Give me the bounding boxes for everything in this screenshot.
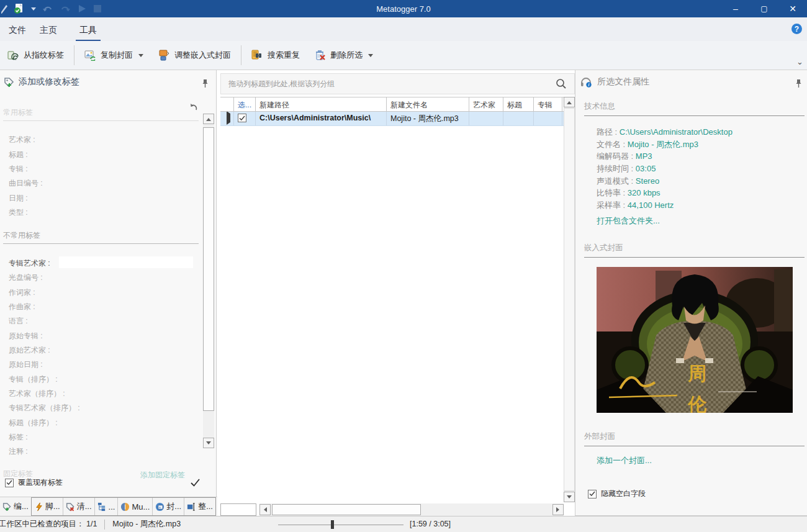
pin-icon[interactable] [795,79,802,88]
panel-header: 添加或修改标签 [4,76,79,88]
undo-icon [42,4,53,14]
delete-selected-button[interactable]: 删除所选 [307,46,381,65]
add-cover-link[interactable]: 添加一个封面... [597,455,652,466]
column-new-filename[interactable]: 新建文件名 [387,97,469,111]
tab-home[interactable]: 主页 [36,22,61,38]
copy-cover-dropdown-icon[interactable] [138,54,143,60]
row-album[interactable] [534,112,562,125]
field-tag[interactable]: 标签 : [9,432,28,443]
field-comment[interactable]: 注释 : [9,446,28,457]
search-icon[interactable] [556,78,567,89]
close-button[interactable]: ✕ [778,0,807,17]
grid-footer-box[interactable] [220,503,256,516]
column-artist[interactable]: 艺术家 [469,97,503,111]
scrollbar-thumb[interactable] [203,127,214,411]
field-artist[interactable]: 艺术家 : [9,135,35,145]
hide-empty-fields-checkbox[interactable]: 隐藏空白字段 [588,489,646,499]
field-original-album[interactable]: 原始专辑 : [9,331,43,341]
scroll-right-button[interactable] [552,504,564,515]
field-genre[interactable]: 类型 : [9,207,28,218]
dock-tab-clean-tags[interactable]: 清... [63,498,95,515]
field-lyricist[interactable]: 作词家 : [9,287,35,298]
dock-tab-edit-tags[interactable]: 编... [0,497,31,516]
field-artist-sort[interactable]: 艺术家（排序） : [9,389,65,399]
adjust-cover-button[interactable]: 调整嵌入式封面 [151,46,238,65]
dock-tab-scripts[interactable]: 脚... [32,498,63,515]
column-select[interactable]: 选... [234,97,256,111]
pin-icon[interactable] [202,79,209,88]
field-title[interactable]: 标题 : [9,150,28,160]
field-album-artist[interactable]: 专辑艺术家 : [9,258,50,269]
copy-cover-button[interactable]: 复制封面 [77,46,151,65]
dock-tab-group: 脚... 清... ... Mu... 封... 整... [31,497,216,516]
collapse-ribbon-icon[interactable]: ⌄ [796,57,803,66]
field-composer[interactable]: 作曲家 : [9,302,35,312]
playback-slider-track[interactable] [278,525,404,525]
album-cover-image[interactable]: 周 伦 [597,267,793,413]
checkbox-icon[interactable] [588,490,597,498]
dock-tab-organize[interactable]: ... [95,498,119,515]
embedded-cover-section: 嵌入式封面 [584,243,805,258]
row-new-path[interactable]: C:\Users\Administrator\Music\ [256,112,387,125]
play-icon[interactable] [77,4,87,14]
open-containing-folder-link[interactable]: 打开包含文件夹... [597,215,660,227]
field-original-artist[interactable]: 原始艺术家 : [9,345,50,356]
scroll-left-button[interactable] [259,504,271,515]
delete-selected-dropdown-icon[interactable] [368,54,373,60]
overwrite-tags-checkbox[interactable]: 覆盖现有标签 [5,477,63,488]
row-artist[interactable] [469,112,503,125]
fingerprint-icon [7,50,19,61]
technical-info-section: 技术信息 [584,101,805,116]
row-title[interactable] [503,112,534,125]
dock-tab-musicbrainz[interactable]: Mu... [118,498,153,515]
minimize-button[interactable]: – [721,0,750,17]
scroll-up-button[interactable] [564,97,575,107]
field-track-number[interactable]: 曲目编号 : [9,178,43,189]
scroll-down-button[interactable] [203,438,214,448]
scroll-up-button[interactable] [203,114,214,124]
field-disc-number[interactable]: 光盘编号 : [9,273,43,283]
titlebar: Metatogger 7.0 – ▢ ✕ [0,0,807,17]
dock-tab-cover[interactable]: 封... [153,498,184,515]
table-horizontal-scrollbar[interactable] [259,503,564,516]
field-language[interactable]: 语言 : [9,316,28,327]
field-title-sort[interactable]: 标题（排序） : [9,418,58,428]
checkbox-icon[interactable] [5,479,14,487]
scrollbar-thumb[interactable] [272,504,421,515]
field-original-date[interactable]: 原始日期 : [9,359,43,370]
scrollbar-thumb[interactable] [564,108,575,491]
add-fixed-tag-link[interactable]: 添加固定标签 [140,470,185,480]
column-new-path[interactable]: 新建路径 [256,97,387,111]
album-artist-input[interactable] [59,256,193,268]
tab-tools[interactable]: 工具 [76,22,101,42]
file-table: 选... 新建路径 新建文件名 艺术家 标题 专辑 C:\Users\Admin… [220,97,564,126]
help-icon[interactable]: ? [791,24,802,34]
script-icon [34,502,43,512]
column-title[interactable]: 标题 [503,97,534,111]
tab-file[interactable]: 文件 [5,22,30,38]
field-album-artist-sort[interactable]: 专辑艺术家（排序） : [9,403,80,413]
playback-slider-thumb[interactable] [331,520,334,529]
stop-icon[interactable] [93,4,102,13]
table-vertical-scrollbar[interactable] [564,97,575,502]
column-album[interactable]: 专辑 [534,97,562,111]
window-title: Metatogger 7.0 [0,4,807,14]
table-row[interactable]: C:\Users\Administrator\Music\ Mojito - 周… [220,112,564,126]
scroll-down-button[interactable] [564,492,575,502]
apply-check-icon[interactable] [191,479,200,487]
save-dropdown-icon[interactable] [31,7,36,13]
row-select-cell[interactable] [234,112,256,125]
save-tags-icon[interactable] [14,3,25,14]
search-duplicates-button[interactable]: 搜索重复 [244,46,307,65]
group-by-bar[interactable]: 拖动列标题到此处,根据该列分组 [220,73,575,94]
row-new-filename[interactable]: Mojito - 周杰伦.mp3 [387,112,469,125]
dock-tab-rename[interactable]: 整... [184,498,215,515]
fingerprint-tags-button[interactable]: 从指纹标签 [0,46,71,65]
field-album[interactable]: 专辑 : [9,164,28,174]
left-panel-scrollbar[interactable] [203,114,214,448]
row-checkbox-icon[interactable] [238,114,246,122]
field-date[interactable]: 日期 : [9,193,28,204]
maximize-button[interactable]: ▢ [750,0,778,17]
table-header-row: 选... 新建路径 新建文件名 艺术家 标题 专辑 [220,97,564,112]
field-album-sort[interactable]: 专辑（排序） : [9,374,58,385]
